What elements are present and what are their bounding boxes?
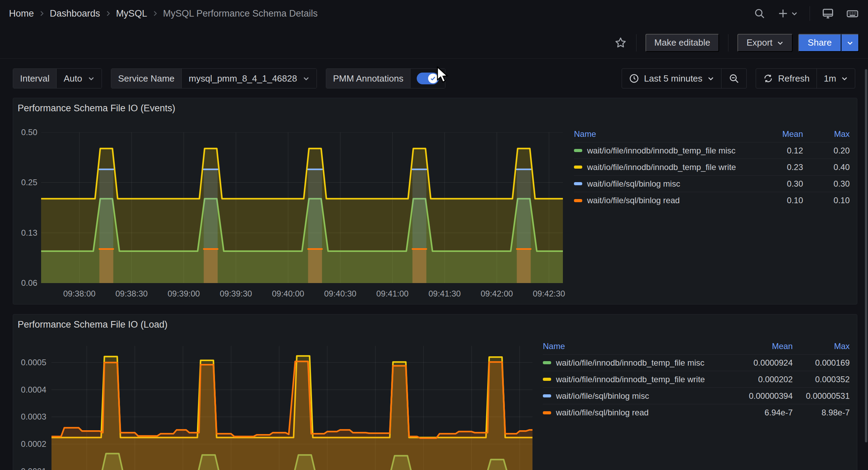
y-tick-label: 0.13 <box>16 228 37 238</box>
legend-series-toggle[interactable]: wait/io/file/innodb/innodb_temp_file wri… <box>543 375 718 384</box>
service-name-select[interactable]: mysql_pmm_8_4_1_46828 <box>182 69 317 88</box>
legend-series-toggle[interactable]: wait/io/file/innodb/innodb_temp_file mis… <box>574 146 748 156</box>
service-name-label: Service Name <box>111 69 182 88</box>
chevron-right-icon <box>39 10 45 17</box>
panel-title: Performance Schema File IO (Events) <box>18 103 175 114</box>
legend-row: wait/io/file/innodb/innodb_temp_file mis… <box>574 142 850 159</box>
x-tick-label: 09:40:00 <box>272 289 304 299</box>
legend-series-toggle[interactable]: wait/io/file/sql/binlog misc <box>574 179 748 189</box>
legend-row: wait/io/file/sql/binlog misc0.300.30 <box>574 176 850 192</box>
legend-mean-value: 0.0000924 <box>718 358 793 368</box>
legend-header-max[interactable]: Max <box>793 341 850 351</box>
x-tick-label: 09:42:30 <box>533 289 565 299</box>
make-editable-button[interactable]: Make editable <box>645 34 719 52</box>
legend-header-name[interactable]: Name <box>574 129 748 139</box>
plus-icon[interactable] <box>777 8 798 19</box>
y-tick-label: 0.0003 <box>17 412 46 422</box>
timeseries-chart-load[interactable] <box>51 346 532 470</box>
x-tick-label: 09:42:00 <box>481 289 513 299</box>
panel-title: Performance Schema File IO (Load) <box>18 319 168 330</box>
legend-max-value: 0.10 <box>803 196 850 205</box>
x-tick-label: 09:40:30 <box>324 289 356 299</box>
check-icon <box>430 75 436 82</box>
series-color-swatch <box>543 411 551 414</box>
pmm-annotations-label: PMM Annotations <box>326 69 411 88</box>
service-name-variable: Service Name mysql_pmm_8_4_1_46828 <box>111 68 317 88</box>
timeseries-chart-events[interactable] <box>41 132 563 283</box>
legend-series-toggle[interactable]: wait/io/file/sql/binlog read <box>543 408 718 417</box>
legend-row: wait/io/file/sql/binlog misc0.000003940.… <box>543 388 850 404</box>
legend-mean-value: 0.10 <box>748 196 803 205</box>
refresh-button[interactable]: Refresh <box>756 69 817 88</box>
dashboard-toolbar: Make editable Export Share <box>0 27 868 59</box>
x-tick-label: 09:41:00 <box>376 289 408 299</box>
legend-series-toggle[interactable]: wait/io/file/innodb/innodb_temp_file mis… <box>543 358 718 368</box>
export-button[interactable]: Export <box>737 34 792 52</box>
legend-mean-value: 0.30 <box>748 179 803 189</box>
y-tick-label: 0.0005 <box>17 358 46 367</box>
series-color-swatch <box>574 199 582 202</box>
chevron-down-icon <box>707 75 714 82</box>
search-icon[interactable] <box>754 8 765 19</box>
legend-series-toggle[interactable]: wait/io/file/sql/binlog misc <box>543 391 718 401</box>
breadcrumb-mysql[interactable]: MySQL <box>116 8 147 19</box>
time-range-button[interactable]: Last 5 minutes <box>622 69 721 88</box>
monitor-icon[interactable] <box>822 7 834 20</box>
legend-header-max[interactable]: Max <box>803 129 850 139</box>
y-tick-label: 0.0002 <box>17 439 46 449</box>
x-tick-label: 09:38:00 <box>63 289 95 299</box>
chevron-down-icon <box>847 39 853 46</box>
y-tick-label: 0.50 <box>16 128 37 137</box>
series-color-swatch <box>543 361 551 364</box>
legend-mean-value: 6.94e-7 <box>718 408 793 417</box>
series-color-swatch <box>574 149 582 152</box>
page-scrollbar[interactable] <box>865 0 868 470</box>
refresh-interval-select[interactable]: 1m <box>817 69 855 88</box>
legend-header-mean[interactable]: Mean <box>748 129 803 139</box>
legend-series-toggle[interactable]: wait/io/file/innodb/innodb_temp_file wri… <box>574 162 748 172</box>
share-menu-caret-button[interactable] <box>841 34 859 52</box>
interval-label: Interval <box>13 69 57 88</box>
clock-icon <box>629 73 639 84</box>
legend-series-toggle[interactable]: wait/io/file/sql/binlog read <box>574 196 748 205</box>
legend-max-value: 0.00000531 <box>793 391 850 401</box>
legend-header-name[interactable]: Name <box>543 341 718 351</box>
pmm-annotations-toggle[interactable] <box>411 69 445 88</box>
legend-mean-value: 0.00000394 <box>718 391 793 401</box>
series-color-swatch <box>574 166 582 169</box>
pmm-annotations-control: PMM Annotations <box>326 68 446 88</box>
series-color-swatch <box>543 394 551 397</box>
legend-mean-value: 0.12 <box>748 146 803 156</box>
toolbar-divider <box>636 34 636 51</box>
chevron-down-icon <box>841 75 848 82</box>
share-button[interactable]: Share <box>798 34 841 52</box>
interval-select[interactable]: Auto <box>57 69 102 88</box>
legend-header-mean[interactable]: Mean <box>718 341 793 351</box>
x-tick-label: 09:39:30 <box>220 289 252 299</box>
y-tick-label: 0.0001 <box>17 467 46 470</box>
keyboard-icon[interactable] <box>846 7 859 20</box>
x-tick-label: 09:39:00 <box>168 289 200 299</box>
breadcrumb-dashboards[interactable]: Dashboards <box>50 8 100 19</box>
star-icon[interactable] <box>614 36 627 49</box>
y-tick-label: 0.0004 <box>17 385 46 395</box>
scrollbar-thumb[interactable] <box>865 69 867 442</box>
interval-variable: Interval Auto <box>13 68 102 88</box>
toolbar-divider <box>728 34 728 51</box>
legend-max-value: 0.000169 <box>793 358 850 368</box>
chevron-right-icon <box>105 10 111 17</box>
breadcrumb-home[interactable]: Home <box>9 8 34 19</box>
chevron-down-icon <box>303 75 310 82</box>
chevron-down-icon <box>777 39 784 46</box>
legend-max-value: 0.000352 <box>793 375 850 384</box>
nav-divider <box>810 6 810 21</box>
grafana-dashboard: Home Dashboards MySQL MySQL Performance … <box>0 0 868 470</box>
zoom-out-button[interactable] <box>721 69 746 88</box>
nav-actions <box>754 6 859 21</box>
legend-row: wait/io/file/innodb/innodb_temp_file wri… <box>543 371 850 388</box>
legend-row: wait/io/file/innodb/innodb_temp_file wri… <box>574 159 850 176</box>
panel-file-io-events: Performance Schema File IO (Events) 0.50… <box>13 98 857 304</box>
breadcrumb-current-page: MySQL Performance Schema Details <box>163 8 318 19</box>
legend-max-value: 0.40 <box>803 162 850 172</box>
refresh-picker: Refresh 1m <box>756 68 855 88</box>
